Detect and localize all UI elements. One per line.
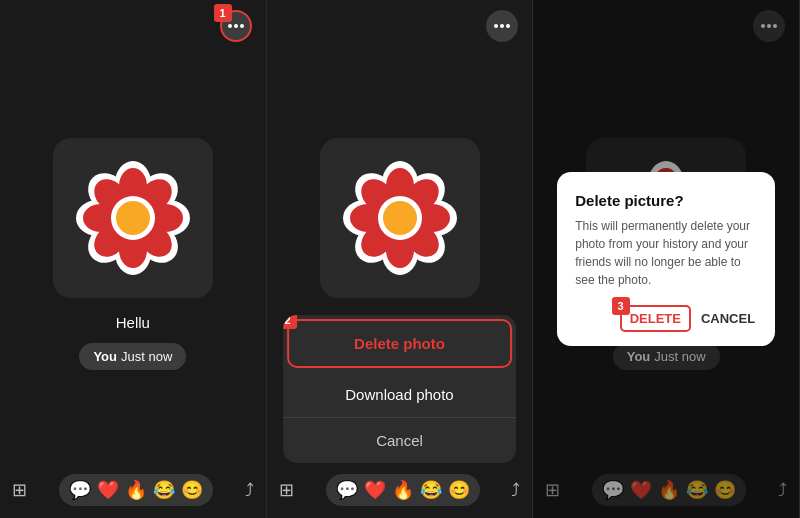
context-menu: 2 Delete photo Download photo Cancel <box>283 315 517 463</box>
flower-sticker-2 <box>340 158 460 278</box>
flower-sticker <box>73 158 193 278</box>
svg-point-20 <box>116 201 150 235</box>
top-bar-2 <box>267 0 533 42</box>
comment-emoji-2[interactable]: 💬 <box>336 479 358 501</box>
dialog-delete-button[interactable]: 3 DELETE <box>620 305 691 332</box>
dialog-body: This will permanently delete your photo … <box>575 217 757 289</box>
top-bar-1: 1 <box>0 0 266 42</box>
sticker-area-1: Hellu You Just now <box>0 42 266 466</box>
smile-emoji[interactable]: 😊 <box>181 479 203 501</box>
dialog-cancel-button[interactable]: CANCEL <box>699 305 757 332</box>
fire-emoji-2[interactable]: 🔥 <box>392 479 414 501</box>
three-dots-icon-2 <box>494 24 510 28</box>
delete-photo-label: Delete photo <box>354 335 445 352</box>
delete-label: DELETE <box>630 311 681 326</box>
you-label-1: You <box>93 349 117 364</box>
sticker-card-2 <box>320 138 480 298</box>
grid-icon-2[interactable]: ⊞ <box>279 479 294 501</box>
grid-icon-1[interactable]: ⊞ <box>12 479 27 501</box>
dialog-actions: 3 DELETE CANCEL <box>575 305 757 332</box>
more-options-button-2[interactable] <box>486 10 518 42</box>
three-dots-icon <box>228 24 244 28</box>
step-badge-3: 3 <box>612 297 630 315</box>
fire-emoji[interactable]: 🔥 <box>125 479 147 501</box>
panel-1: 1 <box>0 0 267 518</box>
cancel-label: CANCEL <box>701 311 755 326</box>
dialog-title: Delete picture? <box>575 192 757 209</box>
laugh-emoji[interactable]: 😂 <box>153 479 175 501</box>
svg-point-1 <box>234 24 238 28</box>
smile-emoji-2[interactable]: 😊 <box>448 479 470 501</box>
dialog-overlay: Delete picture? This will permanently de… <box>533 0 799 518</box>
username-label-1: Hellu <box>116 314 150 331</box>
laugh-emoji-2[interactable]: 😂 <box>420 479 442 501</box>
heart-emoji-2[interactable]: ❤️ <box>364 479 386 501</box>
step-badge-2: 2 <box>283 315 297 329</box>
cancel-menu-label: Cancel <box>376 432 423 449</box>
you-bubble-1: You Just now <box>79 343 186 370</box>
step-badge-1: 1 <box>214 4 232 22</box>
share-icon-2[interactable]: ⤴ <box>511 480 520 501</box>
bottom-toolbar-2: ⊞ 💬 ❤️ 🔥 😂 😊 ⤴ <box>267 466 533 518</box>
more-options-button[interactable]: 1 <box>220 10 252 42</box>
svg-point-21 <box>494 24 498 28</box>
emoji-row-1: 💬 ❤️ 🔥 😂 😊 <box>59 474 213 506</box>
cancel-menu-button[interactable]: Cancel <box>283 418 517 463</box>
share-icon-1[interactable]: ⤴ <box>245 480 254 501</box>
heart-emoji[interactable]: ❤️ <box>97 479 119 501</box>
emoji-row-2: 💬 ❤️ 🔥 😂 😊 <box>326 474 480 506</box>
delete-dialog: Delete picture? This will permanently de… <box>557 172 775 346</box>
svg-point-22 <box>500 24 504 28</box>
svg-point-41 <box>383 201 417 235</box>
comment-emoji[interactable]: 💬 <box>69 479 91 501</box>
download-photo-label: Download photo <box>345 386 453 403</box>
svg-point-0 <box>228 24 232 28</box>
panel-2: Hellu You Just now 2 Delete photo Downlo… <box>267 0 534 518</box>
bottom-toolbar-1: ⊞ 💬 ❤️ 🔥 😂 😊 ⤴ <box>0 466 266 518</box>
delete-photo-button[interactable]: 2 Delete photo <box>287 319 513 368</box>
panel-3: Hellu You Just now Delete picture? This … <box>533 0 800 518</box>
just-now-label-1: Just now <box>121 349 172 364</box>
download-photo-button[interactable]: Download photo <box>283 372 517 418</box>
sticker-card-1 <box>53 138 213 298</box>
svg-point-2 <box>240 24 244 28</box>
svg-point-23 <box>506 24 510 28</box>
